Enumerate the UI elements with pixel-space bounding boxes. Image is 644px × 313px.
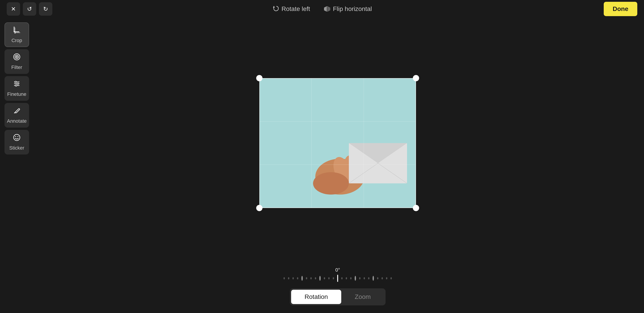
svg-point-15 [14,134,20,141]
sidebar-tool-finetune[interactable]: Finetune [4,76,29,101]
rotate-left-label: Rotate left [282,5,310,13]
sidebar-tool-sticker[interactable]: Sticker [4,130,29,154]
sidebar-tool-annotate[interactable]: Annotate [4,103,29,128]
tick [310,277,312,279]
close-icon: ✕ [11,6,16,13]
crop-icon [13,26,21,36]
tick [324,277,325,279]
tick [306,277,307,279]
flip-horizontal-label: Flip horizontal [333,5,372,13]
svg-marker-2 [328,6,330,12]
svg-point-16 [15,136,16,137]
tick [341,277,342,279]
tick [315,277,316,279]
tick-major [319,276,321,281]
image-crop-container[interactable] [259,78,416,208]
tick [386,277,387,279]
svg-marker-1 [324,6,327,12]
tick-center [337,275,338,282]
tick [328,277,330,279]
svg-marker-0 [273,6,275,8]
crop-handle-top-right[interactable] [413,75,419,81]
tick [333,277,334,279]
top-left-controls: ✕ ↺ ↻ [7,2,52,16]
rotation-ruler[interactable]: 0° [270,273,405,284]
svg-point-17 [18,136,18,137]
tick [292,277,294,279]
bottom-area: 0° Rotation Zoom [31,268,644,313]
left-sidebar: Crop Filter Finetune [4,22,29,154]
tick [382,277,383,279]
rotate-left-button[interactable]: Rotate left [272,5,310,13]
tick [288,277,289,279]
tick [346,277,347,279]
undo-icon: ↺ [27,6,32,13]
crop-label: Crop [12,38,22,44]
flip-icon [324,5,331,13]
tick [284,277,285,279]
rotate-left-icon [272,5,279,13]
top-bar: ✕ ↺ ↻ Rotate left Flip horizontal Done [0,0,644,18]
svg-point-7 [16,56,18,58]
ruler-ticks: 0° [284,275,392,282]
redo-button[interactable]: ↻ [39,2,52,16]
tick [377,277,378,279]
annotate-icon [13,107,21,116]
tab-rotation[interactable]: Rotation [291,290,341,304]
crop-handle-bottom-right[interactable] [413,205,419,211]
crop-image [259,78,416,208]
sidebar-tool-crop[interactable]: Crop [4,22,29,47]
svg-line-14 [14,113,14,113]
svg-point-6 [15,55,18,59]
finetune-label: Finetune [7,91,26,97]
envelope-scene [304,125,412,197]
done-button[interactable]: Done [604,2,637,16]
tick [350,277,352,279]
svg-rect-12 [17,83,18,84]
tick [368,277,370,279]
sidebar-tool-filter[interactable]: Filter [4,49,29,74]
redo-icon: ↻ [43,6,48,13]
svg-point-5 [14,54,20,60]
svg-rect-11 [15,81,16,83]
tick [297,277,298,279]
sticker-icon [13,133,21,143]
svg-point-23 [313,172,349,195]
tick [359,277,360,279]
crop-handle-top-left[interactable] [256,75,262,81]
flip-horizontal-button[interactable]: Flip horizontal [324,5,372,13]
undo-button[interactable]: ↺ [23,2,36,16]
tick-major [372,276,374,281]
top-center-controls: Rotate left Flip horizontal [272,5,372,13]
tick [364,277,365,279]
annotate-label: Annotate [7,118,27,124]
sticker-label: Sticker [9,145,24,151]
close-button[interactable]: ✕ [7,2,20,16]
ruler-degree-label: 0° [335,267,340,273]
finetune-icon [13,80,21,90]
filter-label: Filter [12,65,22,70]
svg-rect-13 [16,85,17,86]
bottom-tabs: Rotation Zoom [290,288,386,305]
canvas-area [31,18,644,268]
tick-major [355,276,356,281]
tick [390,277,392,279]
crop-handle-bottom-left[interactable] [256,205,262,211]
filter-icon [13,53,21,63]
tab-zoom[interactable]: Zoom [341,290,384,304]
tick-major [302,276,303,281]
